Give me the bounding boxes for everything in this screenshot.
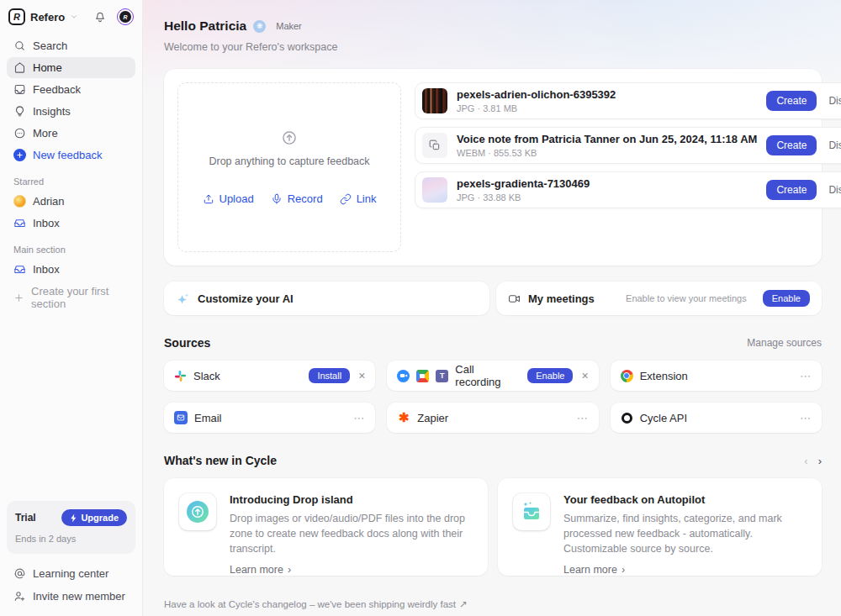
- sidebar-item-label: Inbox: [33, 217, 60, 229]
- inbox-icon: [13, 217, 26, 229]
- sidebar-item-label: Insights: [33, 105, 71, 118]
- main-section-label: Main section: [7, 234, 135, 259]
- carousel-next-icon[interactable]: ›: [818, 455, 822, 467]
- feedback-item-row[interactable]: pexels-adrien-olichon-6395392 JPG · 3.81…: [415, 82, 841, 119]
- learn-more-link[interactable]: Learn more ›: [563, 564, 807, 576]
- drop-zone-text: Drop anything to capture feedback: [209, 155, 369, 167]
- learn-more-label: Learn more: [563, 564, 617, 576]
- main-area: Hello Patricia ❋ Maker Welcome to your R…: [143, 0, 841, 616]
- captured-items-list: pexels-adrien-olichon-6395392 JPG · 3.81…: [415, 82, 841, 252]
- link-button[interactable]: Link: [340, 192, 377, 205]
- more-options-icon[interactable]: ⋯: [800, 413, 812, 424]
- trial-card: Trial Upgrade Ends in 2 days: [7, 501, 135, 554]
- workspace-switcher[interactable]: R Refero R: [7, 7, 135, 35]
- trial-label: Trial: [15, 512, 36, 524]
- app-window: R Refero R Search Home Feedback Insights: [0, 0, 841, 616]
- source-name: Extension: [640, 370, 688, 382]
- discard-button[interactable]: Discard: [828, 140, 841, 151]
- discard-button[interactable]: Discard: [828, 184, 841, 196]
- news-body: Drop images or video/audio/PDF files int…: [230, 511, 473, 556]
- close-icon[interactable]: ×: [358, 370, 365, 382]
- chevron-right-icon: ›: [288, 564, 291, 576]
- circle-arrow-up-icon: [281, 129, 298, 146]
- new-feedback-button[interactable]: New feedback: [7, 145, 135, 166]
- trial-ends-text: Ends in 2 days: [15, 534, 127, 544]
- autopilot-icon: [513, 493, 550, 530]
- sources-grid: Slack Install × T Call recording Enable: [164, 361, 822, 433]
- changelog-link[interactable]: Have a look at Cycle's changelog – we've…: [164, 598, 822, 610]
- lightbulb-icon: [13, 105, 26, 118]
- zapier-icon: ✱: [397, 412, 410, 424]
- create-button[interactable]: Create: [766, 135, 817, 155]
- sidebar-item-main-inbox[interactable]: Inbox: [7, 259, 135, 280]
- zoom-icon: [397, 370, 410, 382]
- more-options-icon[interactable]: ⋯: [800, 371, 812, 382]
- sidebar-item-home[interactable]: Home: [7, 57, 135, 78]
- sidebar-item-starred-inbox[interactable]: Inbox: [7, 213, 135, 234]
- feedback-item-row[interactable]: Voice note from Patricia Tanner on Jun 2…: [415, 127, 841, 164]
- record-label: Record: [288, 192, 323, 205]
- at-sign-icon: [13, 567, 26, 580]
- create-button[interactable]: Create: [766, 91, 817, 111]
- chevron-right-icon: ›: [621, 564, 625, 576]
- cycle-api-icon: [621, 412, 633, 424]
- workspace-logo: R: [8, 8, 25, 25]
- meetings-hint: Enable to view your meetings: [626, 293, 747, 303]
- google-meet-icon: [416, 370, 429, 382]
- source-card-slack[interactable]: Slack Install ×: [164, 361, 375, 391]
- sidebar-item-feedback[interactable]: Feedback: [7, 79, 135, 100]
- close-icon[interactable]: ×: [581, 370, 588, 382]
- discard-button[interactable]: Discard: [828, 95, 841, 107]
- ms-teams-icon: T: [436, 370, 448, 382]
- source-card-cycle-api[interactable]: Cycle API ⋯: [611, 403, 822, 433]
- sidebar-item-adrian[interactable]: Adrian: [7, 191, 135, 212]
- upgrade-button[interactable]: Upgrade: [61, 509, 127, 526]
- workspace-subtitle: Welcome to your Refero's workspace: [164, 41, 822, 53]
- carousel-prev-icon[interactable]: ‹: [804, 455, 807, 467]
- my-meetings-card[interactable]: My meetings Enable to view your meetings…: [496, 282, 822, 315]
- sidebar-item-search[interactable]: Search: [7, 35, 135, 56]
- customize-ai-card[interactable]: Customize your AI: [164, 282, 489, 315]
- sidebar-item-more[interactable]: More: [7, 123, 135, 144]
- sidebar-item-label: Adrian: [33, 195, 65, 208]
- more-options-icon[interactable]: ⋯: [353, 413, 365, 424]
- enable-meetings-button[interactable]: Enable: [763, 290, 810, 307]
- person-plus-icon: [13, 590, 26, 603]
- sidebar-item-insights[interactable]: Insights: [7, 101, 135, 122]
- drop-zone[interactable]: Drop anything to capture feedback Upload…: [177, 82, 401, 252]
- more-options-icon[interactable]: ⋯: [577, 413, 589, 424]
- invite-member-button[interactable]: Invite new member: [7, 585, 135, 608]
- create-section-button[interactable]: Create your first section: [7, 281, 135, 314]
- source-card-zapier[interactable]: ✱ Zapier ⋯: [387, 403, 598, 433]
- source-card-extension[interactable]: Extension ⋯: [611, 361, 822, 391]
- install-slack-button[interactable]: Install: [309, 368, 350, 383]
- create-button[interactable]: Create: [766, 180, 817, 200]
- starred-section-label: Starred: [7, 166, 135, 191]
- source-card-email[interactable]: Email ⋯: [164, 403, 375, 433]
- manage-sources-link[interactable]: Manage sources: [747, 337, 822, 349]
- news-card-autopilot[interactable]: Your feedback on Autopilot Summarize, fi…: [498, 478, 822, 576]
- my-meetings-label: My meetings: [528, 292, 595, 305]
- record-button[interactable]: Record: [271, 192, 323, 205]
- inbox-icon: [13, 263, 26, 276]
- sidebar: R Refero R Search Home Feedback Insights: [0, 0, 143, 616]
- source-name: Cycle API: [640, 412, 687, 424]
- news-card-drop-island[interactable]: Introducing Drop island Drop images or v…: [164, 478, 488, 576]
- sidebar-item-label: Inbox: [33, 263, 60, 276]
- file-meta: JPG · 33.88 KB: [457, 192, 590, 203]
- chrome-icon: [621, 370, 633, 382]
- source-card-call-recording[interactable]: T Call recording Enable ×: [387, 361, 598, 391]
- learn-more-link[interactable]: Learn more ›: [230, 564, 473, 576]
- file-thumbnail: [422, 177, 447, 203]
- plus-circle-icon: [13, 149, 26, 161]
- learning-center-label: Learning center: [33, 567, 108, 580]
- role-label: Maker: [276, 21, 302, 31]
- feedback-item-row[interactable]: pexels-gradienta-7130469 JPG · 33.88 KB …: [415, 171, 841, 208]
- upload-button[interactable]: Upload: [203, 192, 254, 205]
- slack-icon: [174, 370, 187, 382]
- news-title: Your feedback on Autopilot: [563, 493, 807, 506]
- learning-center-button[interactable]: Learning center: [7, 562, 135, 585]
- user-avatar[interactable]: R: [117, 8, 134, 25]
- enable-call-recording-button[interactable]: Enable: [527, 368, 573, 383]
- notifications-bell-icon[interactable]: [93, 10, 107, 24]
